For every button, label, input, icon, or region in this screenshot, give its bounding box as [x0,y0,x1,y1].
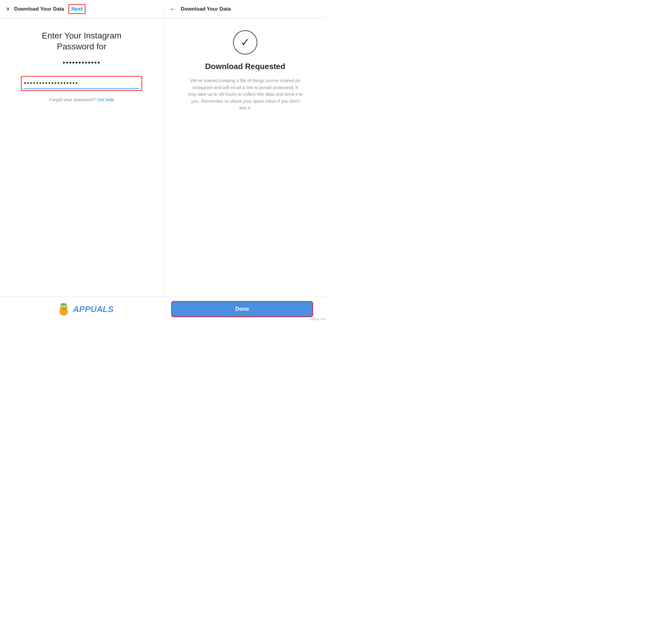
done-button[interactable]: Done [171,301,313,317]
header-left-title: Download Your Data [14,6,64,12]
close-icon[interactable]: × [6,5,10,13]
download-requested-title: Download Requested [205,62,285,71]
bottom-bar: APPUALS Done [0,296,327,322]
checkmark-icon: ✓ [241,36,250,49]
next-button[interactable]: Next [68,4,86,14]
header-left: × Download Your Data Next [0,4,164,14]
appuals-logo: APPUALS [6,302,164,317]
logo-mascot-icon [56,302,71,317]
svg-point-7 [65,306,65,307]
svg-point-6 [62,306,63,307]
svg-rect-3 [62,303,65,305]
header-right-title: Download Your Data [181,6,231,12]
left-panel: Enter Your Instagram Password for ••••••… [0,18,164,322]
header: × Download Your Data Next ← Download You… [0,0,327,18]
right-panel: ✓ Download Requested We've started creat… [164,18,327,322]
download-description: We've started creating a file of things … [187,77,303,112]
password-field-wrapper [21,76,142,91]
get-help-link[interactable]: Get help [97,97,114,102]
username-dots: •••••••••••• [63,59,100,67]
logo-text: APPUALS [73,304,114,314]
forgot-password-text: Forgot your password? Get help [49,97,114,102]
watermark: wsxdn.com [311,318,326,321]
password-heading: Enter Your Instagram Password for [42,30,121,52]
checkmark-circle: ✓ [233,30,257,54]
header-right: ← Download Your Data [164,5,327,13]
done-button-wrapper: Done [164,301,321,317]
back-arrow-icon[interactable]: ← [170,5,177,13]
content-area: Enter Your Instagram Password for ••••••… [0,18,327,322]
password-input[interactable] [23,78,140,89]
